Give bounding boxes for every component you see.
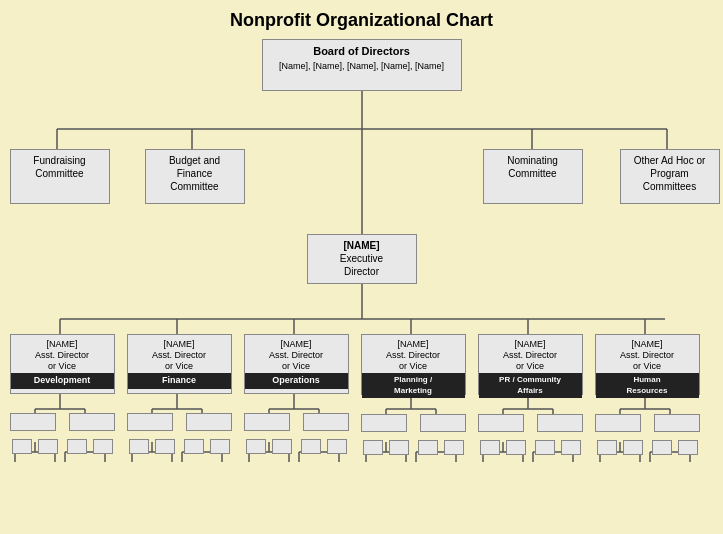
- fin-sub6: [210, 439, 230, 454]
- pr-sub1: [478, 414, 524, 432]
- pr-sub5: [535, 440, 555, 455]
- dev-sub4: [38, 439, 58, 454]
- fundraising-label: FundraisingCommittee: [16, 154, 104, 180]
- hr-dept: [NAME]Asst. Directoror Vice HumanResourc…: [595, 334, 700, 455]
- pr-sub2: [537, 414, 583, 432]
- nominating-label: NominatingCommittee: [489, 154, 577, 180]
- pr-dept-label: PR / CommunityAffairs: [479, 373, 582, 398]
- hr-sub1: [595, 414, 641, 432]
- fin-dept-label: Finance: [128, 373, 231, 389]
- hr-asst-name: [NAME]Asst. Directoror Vice: [601, 339, 694, 371]
- hr-sub3: [597, 440, 617, 455]
- plan-sub6: [444, 440, 464, 455]
- plan-sub3: [363, 440, 383, 455]
- pr-dept: [NAME]Asst. Directoror Vice PR / Communi…: [478, 334, 583, 455]
- dev-sub3: [12, 439, 32, 454]
- nominating-committee-box: NominatingCommittee: [483, 149, 583, 204]
- hr-sub6: [678, 440, 698, 455]
- plan-asst-name: [NAME]Asst. Directoror Vice: [367, 339, 460, 371]
- ops-sub4: [272, 439, 292, 454]
- exec-title: ExecutiveDirector: [313, 252, 411, 278]
- ops-sub5: [301, 439, 321, 454]
- finance-dept: [NAME]Asst. Directoror Vice Finance: [127, 334, 232, 454]
- fin-sub2: [186, 413, 232, 431]
- board-members: [Name], [Name], [Name], [Name], [Name]: [268, 61, 456, 73]
- pr-sub3: [480, 440, 500, 455]
- executive-director-box: [NAME] ExecutiveDirector: [307, 234, 417, 284]
- operations-dept: [NAME]Asst. Directoror Vice Operations: [244, 334, 349, 454]
- fin-sub3: [129, 439, 149, 454]
- pr-sub6: [561, 440, 581, 455]
- pr-asst-name: [NAME]Asst. Directoror Vice: [484, 339, 577, 371]
- pr-sub4: [506, 440, 526, 455]
- budget-committee-box: Budget andFinanceCommittee: [145, 149, 245, 204]
- dev-dept-label: Development: [11, 373, 114, 389]
- development-dept: [NAME]Asst. Directoror Vice Development: [10, 334, 115, 454]
- hr-sub5: [652, 440, 672, 455]
- board-title: Board of Directors: [268, 44, 456, 58]
- fin-sub5: [184, 439, 204, 454]
- ops-dept-label: Operations: [245, 373, 348, 389]
- fundraising-committee-box: FundraisingCommittee: [10, 149, 110, 204]
- exec-name: [NAME]: [313, 239, 411, 252]
- hr-sub2: [654, 414, 700, 432]
- ops-sub1: [244, 413, 290, 431]
- hr-sub4: [623, 440, 643, 455]
- dev-sub5: [67, 439, 87, 454]
- dev-sub1: [10, 413, 56, 431]
- ops-asst-name: [NAME]Asst. Directoror Vice: [250, 339, 343, 371]
- fin-sub1: [127, 413, 173, 431]
- fin-asst-name: [NAME]Asst. Directoror Vice: [133, 339, 226, 371]
- board-box: Board of Directors [Name], [Name], [Name…: [262, 39, 462, 91]
- ops-sub3: [246, 439, 266, 454]
- dev-asst-name: [NAME]Asst. Directoror Vice: [16, 339, 109, 371]
- planning-dept: [NAME]Asst. Directoror Vice Planning /Ma…: [361, 334, 466, 455]
- page-title: Nonprofit Organizational Chart: [230, 10, 493, 31]
- ops-sub6: [327, 439, 347, 454]
- plan-sub5: [418, 440, 438, 455]
- adhoc-label: Other Ad Hoc orProgramCommittees: [626, 154, 714, 193]
- plan-sub4: [389, 440, 409, 455]
- budget-label: Budget andFinanceCommittee: [151, 154, 239, 193]
- hr-dept-label: HumanResources: [596, 373, 699, 398]
- dev-sub6: [93, 439, 113, 454]
- plan-dept-label: Planning /Marketing: [362, 373, 465, 398]
- dev-sub2: [69, 413, 115, 431]
- ops-sub2: [303, 413, 349, 431]
- adhoc-committee-box: Other Ad Hoc orProgramCommittees: [620, 149, 717, 204]
- fin-sub4: [155, 439, 175, 454]
- plan-sub1: [361, 414, 407, 432]
- plan-sub2: [420, 414, 466, 432]
